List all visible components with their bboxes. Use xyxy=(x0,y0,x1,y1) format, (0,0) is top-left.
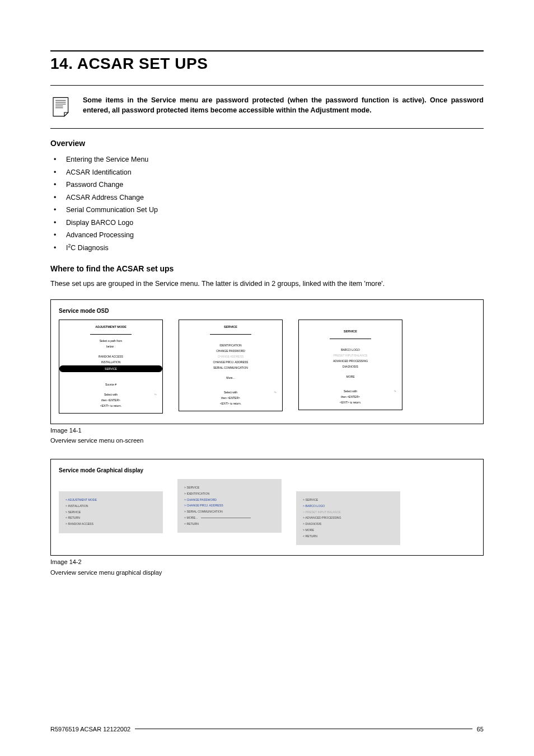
list-item: Password Change xyxy=(54,179,484,191)
gd-item: > RANDOM ACCESS xyxy=(65,522,156,528)
list-item: Display BARCO Logo xyxy=(54,217,484,229)
info-note: Some items in the Service menu are passw… xyxy=(83,96,484,115)
gd-item: > CHANGE PASSWORD xyxy=(184,497,275,503)
osd-item: below : xyxy=(59,344,162,349)
svg-marker-1 xyxy=(64,112,68,116)
osd-item: SERIAL COMMUNICATION xyxy=(179,365,282,370)
footer-page-number: 65 xyxy=(477,726,484,732)
osd-footer: Select with↑↓ xyxy=(59,392,162,397)
gd-item: < RETURN xyxy=(303,534,394,540)
gd-panel-1: > ADJUSTMENT MODE > INSTALLATION > SERVI… xyxy=(59,491,163,533)
figure-box-graphical: Service mode Graphical display > ADJUSTM… xyxy=(50,459,484,556)
osd-header: SERVICE xyxy=(179,325,282,330)
osd-footer: then <ENTER> xyxy=(179,395,282,401)
osd-item: CHANGE PASSWORD xyxy=(179,348,282,354)
osd-item: CHANGE PROJ. ADDRESS xyxy=(179,359,282,365)
osd-footer: then <ENTER> xyxy=(59,397,162,403)
osd-panel-service2: SERVICE BARCO LOGO PRESET INPUT BALANCE … xyxy=(298,320,402,410)
list-item: Serial Communication Set Up xyxy=(54,204,484,217)
gd-item: > MORE... xyxy=(184,515,275,522)
osd-item: IDENTIFICATION xyxy=(179,342,282,348)
gd-item: > SERVICE xyxy=(303,497,394,503)
osd-footer: then <ENTER> xyxy=(299,394,402,400)
figure1-caption-a: Image 14-1 xyxy=(50,426,484,434)
osd-item: INSTALLATION xyxy=(59,359,162,365)
gd-item: < RETURN xyxy=(184,522,275,528)
osd-item: RANDOM ACCESS xyxy=(59,354,162,359)
gd-item-dim: > PRESET INPUT BALANCE xyxy=(303,509,394,515)
gd-item: > DIAGNOSIS xyxy=(303,522,394,528)
gd-item: > ADVANCED PROCESSING xyxy=(303,515,394,522)
gd-item: > CHANGE PROJ. ADDRESS xyxy=(184,503,275,509)
osd-panel-adjustment: ADJUSTMENT MODE Select a path from below… xyxy=(59,320,163,414)
osd-item: MORE xyxy=(299,374,402,379)
osd-footer: Source # xyxy=(59,382,162,387)
figure1-title: Service mode OSD xyxy=(59,308,475,314)
osd-item: DIAGNOSIS xyxy=(299,364,402,369)
osd-footer: Select with↑↓ xyxy=(179,389,282,395)
list-item: I2C Diagnosis xyxy=(54,242,484,255)
osd-footer: <EXIT> to return. xyxy=(179,401,282,406)
gd-item: > BARCO LOGO xyxy=(303,503,394,509)
where-body: These set ups are grouped in the Service… xyxy=(50,279,484,289)
gd-item: > INSTALLATION xyxy=(65,503,156,509)
gd-panel-3: > SERVICE > BARCO LOGO > PRESET INPUT BA… xyxy=(296,491,400,545)
osd-item: BARCO LOGO xyxy=(299,347,402,353)
footer-doc-id: R5976519 ACSAR 12122002 xyxy=(50,726,130,732)
gd-item: > SERVICE xyxy=(65,509,156,515)
gd-item: > ADJUSTMENT MODE xyxy=(65,497,156,503)
list-item: Advanced Processing xyxy=(54,229,484,242)
figure2-caption-a: Image 14-2 xyxy=(50,558,484,566)
gd-item: > MORE xyxy=(303,528,394,534)
gd-item: > SERVICE xyxy=(184,485,275,491)
osd-header: SERVICE xyxy=(299,329,402,334)
osd-item-dim: CHANGE ADDRESS xyxy=(179,354,282,359)
list-item: Entering the Service Menu xyxy=(54,153,484,166)
osd-footer: <EXIT> to return. xyxy=(299,400,402,405)
osd-item: Select a path from xyxy=(59,338,162,344)
osd-item: More... xyxy=(179,375,282,381)
gd-item: > IDENTIFICATION xyxy=(184,491,275,497)
osd-item: ADVANCED PROCESSING xyxy=(299,358,402,364)
gd-item: < RETURN xyxy=(65,515,156,522)
page-footer: R5976519 ACSAR 12122002 65 xyxy=(50,726,484,732)
figure2-title: Service mode Graphical display xyxy=(59,467,475,473)
osd-item-selected: SERVICE xyxy=(59,365,162,372)
figure-box-osd: Service mode OSD ADJUSTMENT MODE Select … xyxy=(50,299,484,424)
list-item: ACSAR Identification xyxy=(54,166,484,179)
gd-panel-2: > SERVICE > IDENTIFICATION > CHANGE PASS… xyxy=(177,479,282,533)
figure1-caption-b: Overview service menu on-screen xyxy=(50,436,484,444)
osd-header: ADJUSTMENT MODE xyxy=(59,325,162,330)
osd-footer: <EXIT> to return. xyxy=(59,403,162,408)
notepad-icon xyxy=(50,96,73,120)
osd-panel-service1: SERVICE IDENTIFICATION CHANGE PASSWORD C… xyxy=(179,320,283,411)
page-title: 14. ACSAR SET UPS xyxy=(50,55,484,73)
list-item: ACSAR Address Change xyxy=(54,191,484,204)
where-heading: Where to find the ACSAR set ups xyxy=(50,264,484,273)
osd-item-dim: PRESET INPUT BALANCE xyxy=(299,353,402,358)
overview-heading: Overview xyxy=(50,139,484,148)
figure2-caption-b: Overview service menu graphical display xyxy=(50,569,484,576)
gd-item: > SERIAL COMMUNICATION xyxy=(184,509,275,515)
osd-footer: Select with↑↓ xyxy=(299,388,402,394)
